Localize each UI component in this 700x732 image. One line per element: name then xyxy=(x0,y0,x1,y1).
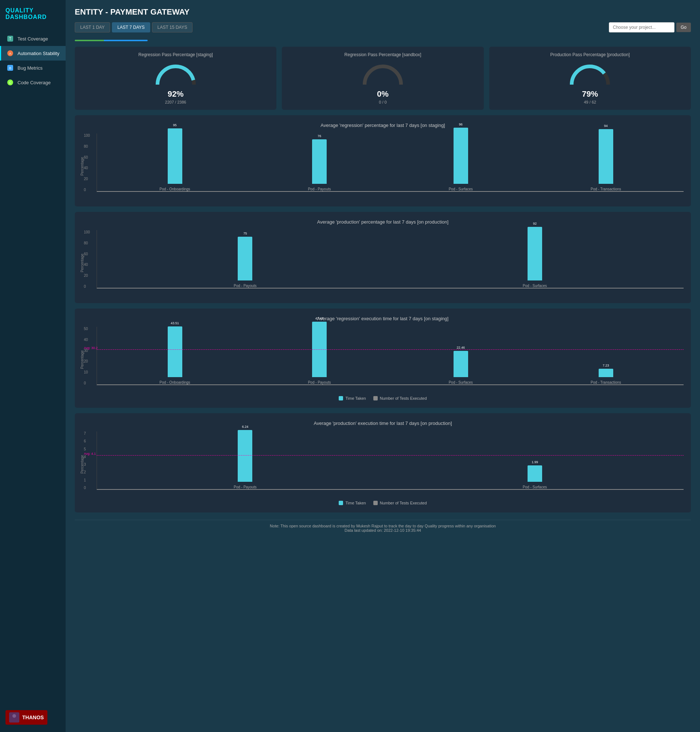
gauge-value-staging: 92% xyxy=(168,89,184,99)
chart-area-exec-stg: 43.51 Pod - Onboardings 47.47 Pod - Payo… xyxy=(97,327,684,385)
bar-group-exec-transactions: 7.23 Pod - Transactions xyxy=(591,369,621,384)
gauge-title-production: Production Pass Percentage [production] xyxy=(550,52,629,57)
legend-tests-label: Number of Tests Executed xyxy=(380,396,427,401)
chart-exec-staging-title: Average 'regression' execution time for … xyxy=(82,316,684,321)
bar-group-exec-prod-surfaces: 1.99 Pod - Surfaces xyxy=(523,465,547,489)
go-button[interactable]: Go xyxy=(676,23,691,32)
legend-tests-box-prod xyxy=(374,501,378,505)
bar-exec-surfaces: 22.46 xyxy=(453,351,468,377)
bar-surfaces: 96 xyxy=(453,128,468,184)
sidebar-item-label: Bug Metrics xyxy=(18,65,43,71)
chart-exec-prod-wrapper: Percentage 76543210 Avg: 4.1 6.24 Pod - … xyxy=(82,432,684,497)
sidebar-item-bug-metrics[interactable]: B Bug Metrics xyxy=(0,60,66,75)
bar-group-onboardings: 95 Pod - Onboardings xyxy=(160,128,190,191)
code-coverage-icon: C xyxy=(7,79,14,86)
bar-label-surfaces-prod: 92 xyxy=(533,222,537,225)
sidebar-item-automation-stability[interactable]: A Automation Stability xyxy=(0,46,66,60)
bar-exec-prod-surfaces: 1.99 xyxy=(528,465,542,482)
bar-label-transactions: 94 xyxy=(604,124,608,128)
sidebar-item-test-coverage[interactable]: T Test Coverage xyxy=(0,31,66,46)
thanos-avatar xyxy=(9,712,19,723)
sidebar: QUALITY DASHBOARD T Test Coverage A Auto… xyxy=(0,0,66,732)
footer-updated: Data last updated on: 2022-12-10 19:35:4… xyxy=(75,528,691,533)
gauge-row: Regression Pass Percentage [staging] 92%… xyxy=(75,47,691,110)
bar-group-surfaces: 96 Pod - Surfaces xyxy=(449,128,473,191)
bar-onboardings: 95 xyxy=(168,128,182,184)
filter-progress-bar xyxy=(75,40,148,41)
chart-exec-production-title: Average 'production' execution time for … xyxy=(82,421,684,426)
chart-production-title: Average 'production' percentage for last… xyxy=(82,219,684,225)
bar-label-exec-surfaces: 22.46 xyxy=(457,346,465,349)
x-label-onboardings: Pod - Onboardings xyxy=(160,187,190,191)
chart-production-wrapper: Percentage 100806040200 75 Pod - Payouts… xyxy=(82,230,684,296)
chart-area-production: 75 Pod - Payouts 92 Pod - Surfaces xyxy=(97,230,684,289)
x-label-exec-payouts: Pod - Payouts xyxy=(308,380,331,384)
x-label-payouts: Pod - Payouts xyxy=(308,187,331,191)
x-label-exec-prod-payouts: Pod - Payouts xyxy=(234,485,257,489)
chart-exec-production: Average 'production' execution time for … xyxy=(75,413,691,513)
sidebar-item-code-coverage[interactable]: C Code Coverage xyxy=(0,75,66,90)
footer: Note: This open source dashboard is crea… xyxy=(75,520,691,533)
x-label-transactions: Pod - Transactions xyxy=(591,187,621,191)
legend-time-box xyxy=(339,396,343,401)
chart-production: Average 'production' percentage for last… xyxy=(75,212,691,303)
y-labels: 100806040200 xyxy=(84,134,90,192)
gauge-svg-staging xyxy=(154,61,198,87)
chart-regression-staging: Average 'regression' percentage for last… xyxy=(75,115,691,206)
gauge-container-sandbox xyxy=(361,61,405,87)
date-btn-1day[interactable]: LAST 1 DAY xyxy=(75,22,110,32)
gauge-title-staging: Regression Pass Percentage [staging] xyxy=(138,52,213,57)
bar-label-exec-onboardings: 43.51 xyxy=(171,321,179,325)
legend-time-taken: Time Taken xyxy=(339,396,366,401)
gauge-card-staging: Regression Pass Percentage [staging] 92%… xyxy=(75,47,276,110)
project-search: Go xyxy=(609,22,691,32)
bar-label-payouts: 76 xyxy=(318,134,321,138)
date-btn-7days[interactable]: LAST 7 DAYS xyxy=(112,22,150,32)
sidebar-logo: THANOS xyxy=(0,703,66,732)
bar-group-payouts-prod: 75 Pod - Payouts xyxy=(234,237,257,288)
gauge-sub-sandbox: 0 / 0 xyxy=(379,100,387,104)
svg-point-8 xyxy=(12,714,16,718)
gauge-svg-production xyxy=(568,61,612,87)
bar-label-exec-prod-surfaces: 1.99 xyxy=(532,460,538,464)
footer-note: Note: This open source dashboard is crea… xyxy=(75,524,691,528)
svg-text:A: A xyxy=(9,52,11,56)
chart-exec-staging-wrapper: Percentage 50403020100 Avg: 30.2 43.51 P… xyxy=(82,327,684,392)
gauge-value-production: 79% xyxy=(582,89,598,99)
legend-tests-label-prod: Number of Tests Executed xyxy=(380,501,427,505)
bug-metrics-icon: B xyxy=(7,64,14,72)
bar-group-exec-payouts: 47.47 Pod - Payouts xyxy=(308,322,331,384)
legend-time-label: Time Taken xyxy=(345,396,366,401)
gauge-container-staging xyxy=(154,61,198,87)
bar-exec-prod-payouts: 6.24 xyxy=(238,430,252,482)
y-labels-exec-stg: 50403020100 xyxy=(84,327,88,385)
legend-tests-box xyxy=(374,396,378,401)
svg-text:B: B xyxy=(9,66,11,70)
legend-exec-prod: Time Taken Number of Tests Executed xyxy=(82,501,684,505)
bar-exec-transactions: 7.23 xyxy=(599,369,613,377)
thanos-label: THANOS xyxy=(22,714,44,720)
gauge-sub-staging: 2207 / 2386 xyxy=(165,100,186,104)
gauge-svg-sandbox xyxy=(361,61,405,87)
legend-time-box-prod xyxy=(339,501,343,505)
x-label-exec-transactions: Pod - Transactions xyxy=(591,380,621,384)
test-coverage-icon: T xyxy=(7,35,14,42)
x-label-surfaces-prod: Pod - Surfaces xyxy=(523,284,547,288)
x-label-exec-surfaces: Pod - Surfaces xyxy=(449,380,473,384)
chart-regression-staging-wrapper: Percentage 100806040200 95 Pod - Onboard… xyxy=(82,134,684,199)
thanos-logo: THANOS xyxy=(6,710,47,725)
project-input[interactable] xyxy=(609,22,675,32)
legend-time-label-prod: Time Taken xyxy=(345,501,366,505)
date-filter-group: LAST 1 DAY LAST 7 DAYS LAST 15 DAYS xyxy=(75,22,193,32)
x-label-exec-onboardings: Pod - Onboardings xyxy=(160,380,190,384)
bar-label-exec-prod-payouts: 6.24 xyxy=(242,425,249,429)
sidebar-item-label: Test Coverage xyxy=(18,36,48,41)
sidebar-nav: T Test Coverage A Automation Stability B… xyxy=(0,28,66,703)
gauge-card-production: Production Pass Percentage [production] … xyxy=(489,47,691,110)
legend-time-taken-prod: Time Taken xyxy=(339,501,366,505)
legend-exec-stg: Time Taken Number of Tests Executed xyxy=(82,396,684,401)
avg-label-exec-prod: Avg: 4.1 xyxy=(84,452,96,455)
svg-text:T: T xyxy=(9,37,11,41)
date-btn-15days[interactable]: LAST 15 DAYS xyxy=(152,22,193,32)
y-labels-exec-prod: 76543210 xyxy=(84,432,86,490)
